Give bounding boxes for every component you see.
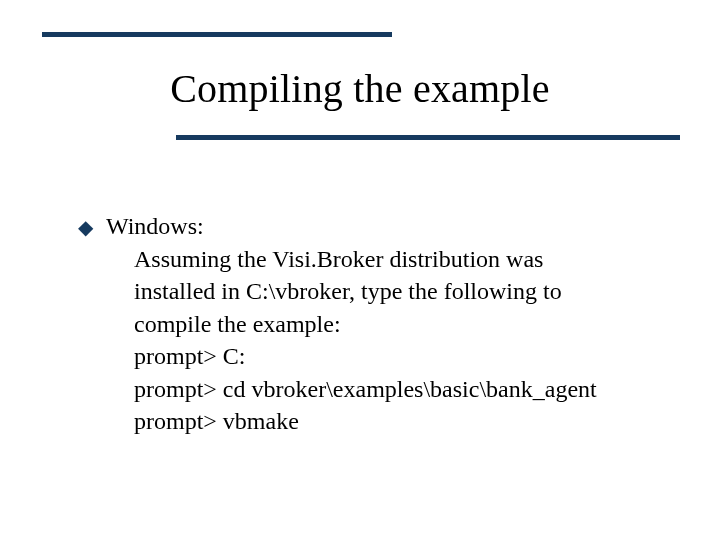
body-line: Assuming the Visi.Broker distribution wa… — [134, 243, 668, 275]
bullet-item: ◆ Windows: — [78, 210, 668, 243]
bullet-head-text: Windows: — [106, 210, 668, 242]
body-line: prompt> cd vbroker\examples\basic\bank_a… — [134, 373, 668, 405]
bullet-sub-block: Assuming the Visi.Broker distribution wa… — [134, 243, 668, 437]
body-line: prompt> C: — [134, 340, 668, 372]
diamond-bullet-icon: ◆ — [78, 210, 106, 243]
decorative-rule-top — [42, 32, 392, 37]
body-line: prompt> vbmake — [134, 405, 668, 437]
decorative-rule-bottom — [176, 135, 680, 140]
slide: Compiling the example ◆ Windows: Assumin… — [0, 0, 720, 540]
body-line: installed in C:\vbroker, type the follow… — [134, 275, 668, 307]
slide-title: Compiling the example — [0, 65, 720, 112]
body-line: compile the example: — [134, 308, 668, 340]
slide-body: ◆ Windows: Assuming the Visi.Broker dist… — [78, 210, 668, 437]
